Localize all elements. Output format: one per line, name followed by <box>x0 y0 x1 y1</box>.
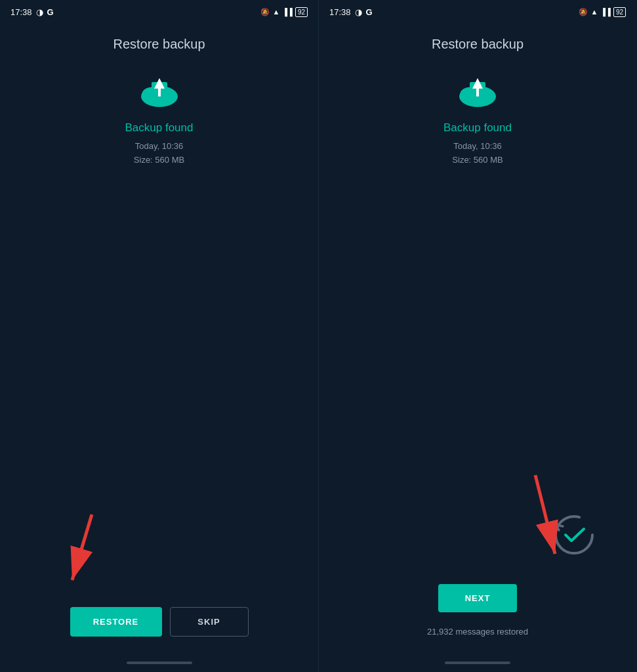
home-bar-left <box>0 656 318 672</box>
status-bar-right: 17:38 ◑ G 🔕 ▲ ▐▐ 92 <box>319 0 636 24</box>
screen-content-right: Restore backup Backup found Today, 10:36… <box>319 24 636 584</box>
signal-icon-right: ▐▐ <box>600 8 611 16</box>
buttons-row-left: RESTORE SKIP <box>13 607 305 637</box>
screen-title-left: Restore backup <box>113 37 205 52</box>
signal-icon-left: ▐▐ <box>282 8 293 16</box>
skip-button[interactable]: SKIP <box>170 607 249 637</box>
backup-info-right: Today, 10:36 Size: 560 MB <box>452 140 503 167</box>
home-bar-line-left <box>127 662 192 664</box>
status-right-right: 🔕 ▲ ▐▐ 92 <box>579 7 626 17</box>
screen-title-right: Restore backup <box>432 37 524 52</box>
home-bar-right <box>319 656 636 672</box>
right-phone-panel: 17:38 ◑ G 🔕 ▲ ▐▐ 92 Restore backup Backu… <box>318 0 636 672</box>
status-right-left: 🔕 ▲ ▐▐ 92 <box>260 7 308 17</box>
bottom-area-right: NEXT 21,932 messages restored <box>319 584 636 656</box>
battery-icon-left: 92 <box>295 7 308 17</box>
status-left-right: 17:38 ◑ G <box>329 7 373 17</box>
backup-found-right: Backup found <box>443 121 512 135</box>
battery-icon-right: 92 <box>613 7 626 17</box>
svg-point-11 <box>556 516 592 553</box>
cloud-icon-right <box>455 72 501 111</box>
home-bar-line-right <box>445 662 510 664</box>
cloud-icon-left <box>136 72 182 111</box>
status-bar-left: 17:38 ◑ G 🔕 ▲ ▐▐ 92 <box>0 0 318 24</box>
restore-complete-icon <box>551 512 597 558</box>
backup-date-right: Today, 10:36 <box>452 140 503 154</box>
time-left: 17:38 <box>10 7 32 17</box>
wifi-icon-right: ▲ <box>590 8 598 16</box>
logo-icon-right: ◑ <box>355 7 362 17</box>
backup-info-left: Today, 10:36 Size: 560 MB <box>134 140 184 167</box>
restore-complete-area <box>551 512 597 560</box>
restore-button[interactable]: RESTORE <box>70 607 162 637</box>
left-phone-panel: 17:38 ◑ G 🔕 ▲ ▐▐ 92 Restore backup Backu… <box>0 0 318 672</box>
g-icon-left: G <box>47 7 54 17</box>
backup-found-left: Backup found <box>125 121 194 135</box>
next-button[interactable]: NEXT <box>438 584 517 612</box>
bottom-area-left: RESTORE SKIP <box>0 600 318 656</box>
time-right: 17:38 <box>329 7 351 17</box>
backup-date-left: Today, 10:36 <box>134 140 184 154</box>
mute-icon-right: 🔕 <box>579 8 588 16</box>
wifi-icon-left: ▲ <box>272 8 279 16</box>
messages-restored: 21,932 messages restored <box>427 627 528 637</box>
logo-icon-left: ◑ <box>36 7 43 17</box>
mute-icon-left: 🔕 <box>260 8 270 16</box>
backup-size-right: Size: 560 MB <box>452 154 503 167</box>
screen-content-left: Restore backup Backup found Today, 10:36… <box>0 24 318 600</box>
g-icon-right: G <box>366 7 373 17</box>
backup-size-left: Size: 560 MB <box>134 154 184 167</box>
status-left-left: 17:38 ◑ G <box>10 7 54 17</box>
